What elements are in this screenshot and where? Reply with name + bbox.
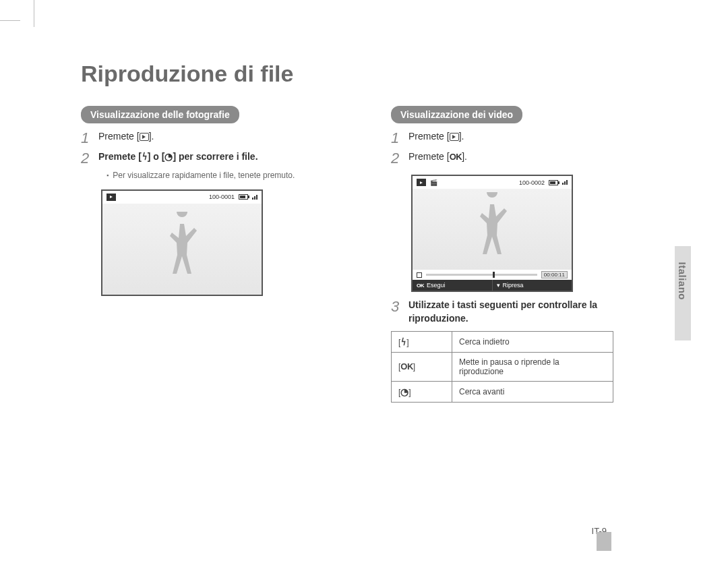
control-desc: Mette in pausa o riprende la riproduzion… bbox=[452, 352, 613, 381]
step-number: 2 bbox=[81, 150, 98, 167]
footer-left-label: Esegui bbox=[427, 282, 446, 289]
photos-step-2: 2 Premete [ϟ] o [◔] per scorrere i file. bbox=[81, 150, 337, 167]
footer-left: OK Esegui bbox=[413, 280, 492, 291]
step-number: 2 bbox=[391, 150, 408, 167]
manual-page: Riproduzione di file Visualizzazione del… bbox=[0, 0, 728, 563]
crop-mark-h bbox=[0, 20, 20, 21]
photos-heading-pill: Visualizzazione delle fotografie bbox=[81, 106, 239, 123]
ok-icon: OK bbox=[400, 361, 413, 372]
video-screen-preview: 🎬 100-0002 00:00:11 bbox=[411, 175, 573, 292]
flash-icon: ϟ bbox=[401, 336, 406, 347]
control-desc: Cerca indietro bbox=[452, 331, 613, 352]
timer-icon: ◔ bbox=[164, 150, 173, 164]
screen-body bbox=[102, 204, 262, 295]
step-number: 1 bbox=[391, 130, 408, 146]
videos-step-1: 1 Premete []. bbox=[391, 130, 647, 146]
playback-icon bbox=[450, 133, 459, 141]
page-title: Riproduzione di file bbox=[81, 61, 688, 87]
control-key: [◔] bbox=[392, 381, 452, 402]
controls-table: [ϟ] Cerca indietro [OK] Mette in pausa o… bbox=[391, 331, 613, 403]
photos-steps: 1 Premete []. 2 Premete [ϟ] o [◔] per sc… bbox=[81, 130, 337, 167]
photos-sub-note: Per visualizzare rapidamente i file, ten… bbox=[107, 171, 337, 181]
step-text: Premete [OK]. bbox=[408, 150, 467, 164]
footer-right-label: Ripresa bbox=[503, 282, 524, 289]
flash-icon: ϟ bbox=[142, 150, 147, 164]
column-videos: Visualizzazione dei video 1 Premete []. … bbox=[391, 106, 647, 403]
crop-mark-v bbox=[34, 0, 34, 27]
table-row: [OK] Mette in pausa o riprende la riprod… bbox=[392, 352, 613, 381]
step-text: Premete []. bbox=[408, 130, 464, 144]
step-text: Premete [ϟ] o [◔] per scorrere i file. bbox=[98, 150, 258, 164]
videos-steps: 1 Premete []. 2 Premete [OK]. bbox=[391, 130, 647, 167]
playback-icon bbox=[140, 133, 149, 141]
down-icon: ▾ bbox=[497, 282, 500, 289]
time-display: 00:00:11 bbox=[541, 271, 568, 278]
step-number: 1 bbox=[81, 130, 98, 146]
ok-icon: OK bbox=[450, 152, 462, 162]
file-counter: 100-0001 bbox=[209, 194, 235, 200]
column-photos: Visualizzazione delle fotografie 1 Preme… bbox=[81, 106, 337, 403]
control-key: [ϟ] bbox=[392, 331, 452, 352]
videos-heading-pill: Visualizzazione dei video bbox=[391, 106, 522, 123]
person-silhouette bbox=[468, 192, 516, 260]
step-text: Utilizzate i tasti seguenti per controll… bbox=[408, 299, 647, 325]
ok-icon: OK bbox=[417, 283, 424, 289]
content-columns: Visualizzazione delle fotografie 1 Preme… bbox=[40, 106, 647, 403]
playback-mode-icon bbox=[417, 179, 426, 186]
screen-body bbox=[413, 189, 572, 270]
stop-icon bbox=[417, 272, 422, 278]
signal-icon bbox=[562, 180, 568, 185]
screen-topbar: 🎬 100-0002 bbox=[413, 176, 572, 189]
screen-footer: OK Esegui ▾ Ripresa bbox=[413, 280, 572, 291]
videos-step-2: 2 Premete [OK]. bbox=[391, 150, 647, 167]
page-number-tab bbox=[597, 532, 611, 551]
playback-mode-icon bbox=[107, 194, 116, 201]
step-text: Premete []. bbox=[98, 130, 154, 144]
videos-steps-cont: 3 Utilizzate i tasti seguenti per contro… bbox=[391, 299, 647, 325]
footer-right: ▾ Ripresa bbox=[492, 280, 572, 291]
screen-topbar: 100-0001 bbox=[102, 191, 262, 204]
photos-step-1: 1 Premete []. bbox=[81, 130, 337, 146]
videos-step-3: 3 Utilizzate i tasti seguenti per contro… bbox=[391, 299, 647, 325]
battery-icon bbox=[239, 194, 248, 200]
video-progress-row: 00:00:11 bbox=[413, 270, 572, 280]
step-number: 3 bbox=[391, 299, 408, 315]
side-language-label: Italiano bbox=[677, 262, 688, 300]
table-row: [◔] Cerca avanti bbox=[392, 381, 613, 402]
file-counter: 100-0002 bbox=[519, 179, 545, 186]
control-desc: Cerca avanti bbox=[452, 381, 613, 402]
table-row: [ϟ] Cerca indietro bbox=[392, 331, 613, 352]
person-silhouette bbox=[158, 212, 206, 279]
control-key: [OK] bbox=[392, 352, 452, 381]
progress-bar bbox=[426, 274, 537, 276]
photo-screen-preview: 100-0001 bbox=[101, 189, 263, 296]
timer-icon: ◔ bbox=[400, 386, 408, 397]
signal-icon bbox=[252, 195, 257, 200]
video-icon: 🎬 bbox=[430, 179, 437, 186]
battery-icon bbox=[549, 180, 558, 185]
